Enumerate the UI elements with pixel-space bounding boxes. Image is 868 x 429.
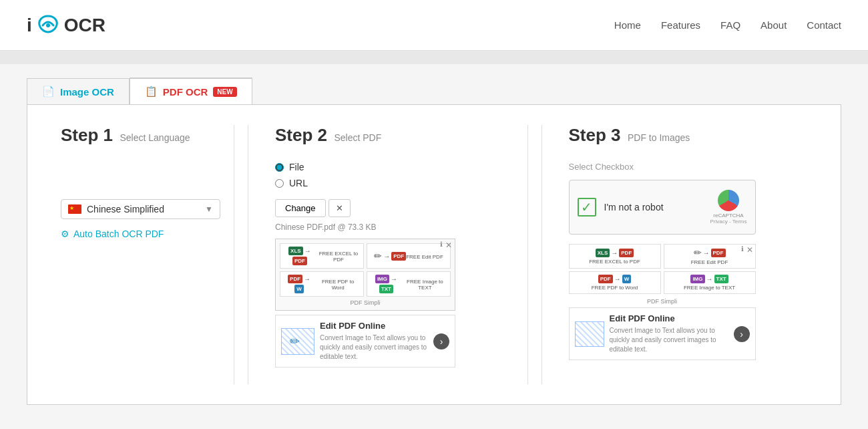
step3-ad-caption: PDF Simpli [569, 298, 756, 305]
navigation: Home Features FAQ About Contact [614, 19, 841, 31]
ad-edit-pdf[interactable]: ✏ → PDF FREE Edit PDF [367, 243, 451, 269]
step1-column: Step 1 Select Language Chinese Simplifie… [47, 125, 234, 384]
r-pdf2: PDF [711, 249, 726, 257]
step2-step3-divider [541, 125, 542, 384]
right-ad-pdf-word[interactable]: PDF → W FREE PDF to Word [569, 271, 661, 294]
step1-number: Step 1 [61, 125, 113, 145]
right-ad-excel-pdf[interactable]: XLS → PDF FREE EXCEL to PDF [569, 244, 661, 269]
right-ad-excel-label: FREE EXCEL to PDF [589, 259, 640, 265]
ad-excel-label: FREE EXCEL to PDF [316, 251, 361, 263]
tab-pdf-ocr[interactable]: 📋 PDF OCR NEW [130, 78, 252, 104]
step1-header: Step 1 Select Language [61, 125, 220, 146]
ad-excel-pdf-icons: XLS → PDF [283, 247, 316, 265]
nav-home[interactable]: Home [614, 19, 641, 31]
ad-img-to-text[interactable]: IMG → TXT FREE Image to TEXT [367, 271, 451, 297]
file-radio-input[interactable] [275, 163, 284, 172]
nav-contact[interactable]: Contact [807, 19, 841, 31]
nav-features[interactable]: Features [661, 19, 700, 31]
content-box: Step 1 Select Language Chinese Simplifie… [27, 104, 841, 405]
language-dropdown[interactable]: Chinese Simplified ▼ [61, 199, 220, 219]
step3-edit-pdf-text: Edit PDF Online Convert Image to Text al… [610, 313, 728, 354]
document-icon: 📄 [42, 86, 55, 98]
svg-point-0 [46, 23, 50, 27]
ad-caption: PDF Simpli [280, 299, 451, 306]
pdf-icon-box3: PDF [288, 275, 302, 283]
step3-edit-pdf-box[interactable]: Edit PDF Online Convert Image to Text al… [569, 307, 756, 360]
nav-about[interactable]: About [761, 19, 787, 31]
r-img: IMG [690, 275, 704, 283]
step2-column: Step 2 Select PDF File URL Change ✕ Chin… [262, 125, 528, 384]
clear-button[interactable]: ✕ [329, 199, 351, 217]
r-xls-icon: XLS [596, 249, 610, 257]
r-pdf1: PDF [619, 249, 634, 257]
txt-icon-box: TXT [379, 285, 393, 293]
step3-ad-info-icon[interactable]: ℹ [741, 245, 744, 253]
arrow-icon4: → [391, 275, 397, 283]
url-radio-item[interactable]: URL [275, 178, 514, 188]
step3-edit-pdf-desc: Convert Image to Text allows you to quic… [610, 326, 728, 354]
step3-ad-close-icon[interactable]: ✕ [746, 245, 753, 255]
recaptcha-box[interactable]: ✓ I'm not a robot reCAPTCHA Privacy - Te… [569, 180, 756, 235]
url-radio-label: URL [289, 178, 308, 188]
pdf-icon-box2: PDF [391, 252, 406, 261]
step2-header: Step 2 Select PDF [275, 125, 514, 146]
language-select-wrapper: Chinese Simplified ▼ ⚙ Auto Batch OCR PD… [61, 199, 220, 239]
tab-image-ocr-label: Image OCR [60, 86, 114, 98]
language-label: Chinese Simplified [87, 204, 164, 214]
edit-pdf-arrow-icon[interactable]: › [433, 333, 449, 349]
url-radio-input[interactable] [275, 179, 284, 188]
chinese-flag-icon [68, 204, 81, 214]
step3-header: Step 3 PDF to Images [569, 125, 808, 146]
ad-close-icon[interactable]: ✕ [445, 241, 452, 250]
ad-pdf-word-label: FREE PDF to Word [315, 279, 361, 291]
ad-pdf-word-icons: PDF → W [283, 275, 315, 293]
img-icon-box: IMG [375, 275, 389, 283]
pdf-icon: 📋 [145, 86, 158, 98]
change-button[interactable]: Change [275, 199, 326, 217]
new-badge: NEW [213, 87, 236, 97]
tab-image-ocr[interactable]: 📄 Image OCR [27, 78, 130, 104]
right-ad-img-text[interactable]: IMG → TXT FREE Image to TEXT [664, 271, 756, 294]
right-ad-pdf-word-label: FREE PDF to Word [592, 285, 638, 291]
arrow-icon3: → [304, 275, 310, 283]
r-word: W [622, 275, 632, 283]
step3-subtitle: PDF to Images [628, 132, 690, 143]
r-arrow2: → [703, 249, 710, 257]
right-ad-edit-label: FREE Edit PDF [691, 259, 728, 265]
ad-img-text-label: FREE Image to TEXT [403, 279, 447, 291]
recaptcha-logo-icon [718, 190, 739, 211]
ad-pdf-to-word[interactable]: PDF → W FREE PDF to Word [280, 271, 364, 297]
file-info: Chinese PDF.pdf @ 73.3 KB [275, 223, 514, 232]
step2-subtitle: Select PDF [334, 132, 381, 143]
auto-batch-link[interactable]: ⚙ Auto Batch OCR PDF [61, 229, 220, 239]
file-radio-item[interactable]: File [275, 162, 514, 172]
recaptcha-label: I'm not a robot [604, 202, 664, 212]
main-content: 📄 Image OCR 📋 PDF OCR NEW Step 1 Select … [0, 64, 868, 429]
step3-number: Step 3 [569, 125, 621, 145]
ad-img-text-icons: IMG → TXT [370, 275, 403, 293]
pdf-source-radio-group: File URL [275, 162, 514, 188]
step3-edit-pdf-arrow-icon[interactable]: › [734, 326, 750, 342]
right-ad-edit-icons: ✏ → PDF [694, 247, 726, 258]
subheader-bar [0, 51, 868, 64]
logo[interactable]: i OCR [27, 12, 105, 39]
step1-step2-divider [248, 125, 248, 384]
r-pdf3: PDF [598, 275, 613, 283]
edit-pdf-symbol: ✏ [290, 334, 300, 349]
file-actions: Change ✕ [275, 199, 514, 217]
step2-ad-block: ℹ ✕ XLS → PDF FREE EXCEL to PDF ✏ [275, 239, 455, 311]
arrow-icon2: → [383, 253, 390, 260]
recaptcha-checkmark: ✓ [578, 198, 596, 217]
edit-pdf-desc: Convert Image to Text allows you to quic… [320, 333, 428, 362]
recaptcha-left: ✓ I'm not a robot [578, 198, 664, 217]
word-icon-box: W [294, 285, 304, 293]
tab-pdf-ocr-label: PDF OCR [163, 86, 208, 98]
ad-excel-to-pdf[interactable]: XLS → PDF FREE EXCEL to PDF [280, 243, 364, 269]
ad-info-icon[interactable]: ℹ [440, 241, 443, 248]
header: i OCR Home Features FAQ About Contact [0, 0, 868, 51]
file-radio-label: File [289, 162, 304, 172]
step2-edit-pdf-box[interactable]: ✏ Edit PDF Online Convert Image to Text … [275, 315, 455, 368]
nav-faq[interactable]: FAQ [720, 19, 740, 31]
step3-edit-pdf-title: Edit PDF Online [610, 313, 728, 323]
xls-icon: XLS [288, 247, 303, 255]
